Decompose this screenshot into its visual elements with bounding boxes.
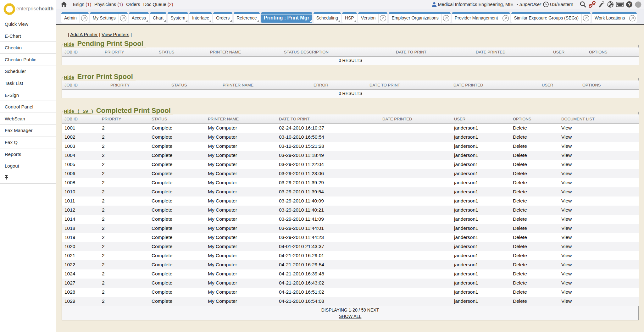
svg-text:?: ? [628,2,630,7]
